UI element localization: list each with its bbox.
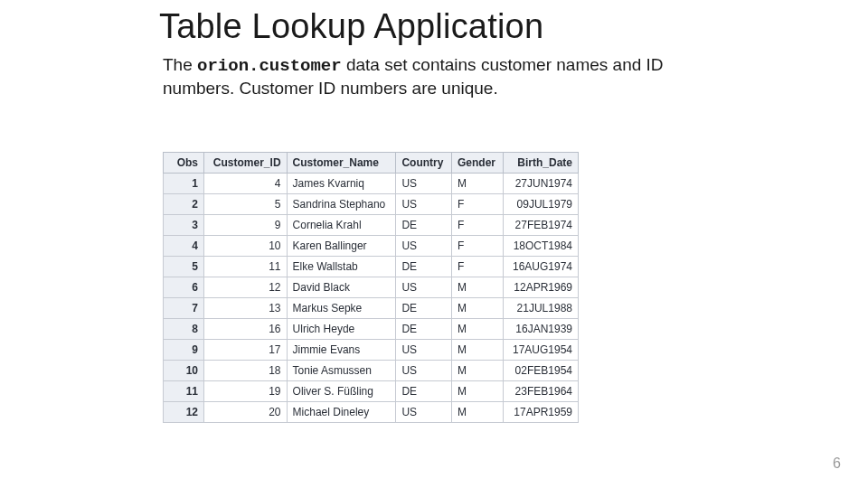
cell-country: US (396, 402, 452, 423)
slide: Table Lookup Application The orion.custo… (0, 0, 868, 488)
table-row: 10 18 Tonie Asmussen US M 02FEB1954 (164, 361, 579, 381)
cell-birth-date: 18OCT1984 (504, 236, 579, 257)
cell-customer-name: Tonie Asmussen (287, 361, 396, 381)
col-customer-id: Customer_ID (204, 153, 288, 174)
table-row: 9 17 Jimmie Evans US M 17AUG1954 (164, 340, 579, 361)
cell-birth-date: 27JUN1974 (504, 174, 579, 194)
cell-customer-id: 11 (204, 257, 288, 277)
cell-country: DE (396, 319, 452, 340)
cell-customer-name: Oliver S. Füßling (287, 381, 396, 402)
cell-customer-name: James Kvarniq (287, 174, 396, 194)
cell-birth-date: 16AUG1974 (504, 257, 579, 277)
table-row: 3 9 Cornelia Krahl DE F 27FEB1974 (164, 215, 579, 236)
cell-birth-date: 12APR1969 (504, 277, 579, 298)
cell-birth-date: 17AUG1954 (504, 340, 579, 361)
cell-obs: 4 (164, 236, 204, 257)
cell-customer-id: 9 (204, 215, 288, 236)
cell-gender: F (451, 215, 503, 236)
cell-country: US (396, 236, 452, 257)
table-head: Obs Customer_ID Customer_Name Country Ge… (164, 153, 579, 174)
table-row: 4 10 Karen Ballinger US F 18OCT1984 (164, 236, 579, 257)
cell-customer-id: 13 (204, 298, 288, 319)
cell-obs: 3 (164, 215, 204, 236)
cell-customer-name: Elke Wallstab (287, 257, 396, 277)
cell-birth-date: 16JAN1939 (504, 319, 579, 340)
table-row: 2 5 Sandrina Stephano US F 09JUL1979 (164, 194, 579, 215)
cell-obs: 12 (164, 402, 204, 423)
cell-country: DE (396, 215, 452, 236)
cell-customer-id: 18 (204, 361, 288, 381)
cell-customer-name: Jimmie Evans (287, 340, 396, 361)
page-number: 6 (833, 455, 841, 472)
col-customer-name: Customer_Name (287, 153, 396, 174)
cell-customer-name: Michael Dineley (287, 402, 396, 423)
cell-gender: M (451, 381, 503, 402)
cell-customer-id: 19 (204, 381, 288, 402)
cell-customer-name: David Black (287, 277, 396, 298)
cell-gender: M (451, 298, 503, 319)
table-row: 6 12 David Black US M 12APR1969 (164, 277, 579, 298)
subtitle-pre: The (163, 55, 197, 74)
cell-birth-date: 02FEB1954 (504, 361, 579, 381)
cell-obs: 2 (164, 194, 204, 215)
cell-customer-name: Ulrich Heyde (287, 319, 396, 340)
table-row: 12 20 Michael Dineley US M 17APR1959 (164, 402, 579, 423)
table-header-row: Obs Customer_ID Customer_Name Country Ge… (164, 153, 579, 174)
cell-birth-date: 21JUL1988 (504, 298, 579, 319)
cell-gender: M (451, 277, 503, 298)
cell-birth-date: 27FEB1974 (504, 215, 579, 236)
cell-obs: 5 (164, 257, 204, 277)
cell-country: US (396, 194, 452, 215)
cell-customer-name: Sandrina Stephano (287, 194, 396, 215)
cell-obs: 6 (164, 277, 204, 298)
cell-obs: 11 (164, 381, 204, 402)
col-gender: Gender (451, 153, 503, 174)
subtitle: The orion.customer data set contains cus… (163, 54, 669, 99)
cell-customer-name: Markus Sepke (287, 298, 396, 319)
cell-customer-name: Karen Ballinger (287, 236, 396, 257)
data-table-wrap: Obs Customer_ID Customer_Name Country Ge… (163, 152, 579, 423)
subtitle-code: orion.customer (197, 56, 342, 76)
cell-gender: M (451, 174, 503, 194)
table-body: 1 4 James Kvarniq US M 27JUN1974 2 5 San… (164, 174, 579, 423)
cell-customer-id: 5 (204, 194, 288, 215)
cell-country: DE (396, 381, 452, 402)
cell-country: US (396, 361, 452, 381)
cell-gender: F (451, 194, 503, 215)
cell-customer-id: 20 (204, 402, 288, 423)
cell-gender: F (451, 236, 503, 257)
cell-country: DE (396, 298, 452, 319)
cell-birth-date: 17APR1959 (504, 402, 579, 423)
cell-customer-id: 12 (204, 277, 288, 298)
cell-customer-name: Cornelia Krahl (287, 215, 396, 236)
cell-customer-id: 16 (204, 319, 288, 340)
cell-gender: M (451, 340, 503, 361)
cell-obs: 7 (164, 298, 204, 319)
cell-country: US (396, 174, 452, 194)
cell-obs: 10 (164, 361, 204, 381)
cell-customer-id: 4 (204, 174, 288, 194)
cell-gender: M (451, 319, 503, 340)
table-row: 8 16 Ulrich Heyde DE M 16JAN1939 (164, 319, 579, 340)
cell-gender: M (451, 402, 503, 423)
cell-customer-id: 10 (204, 236, 288, 257)
cell-obs: 8 (164, 319, 204, 340)
page-title: Table Lookup Application (159, 7, 543, 46)
data-table: Obs Customer_ID Customer_Name Country Ge… (163, 152, 579, 423)
cell-gender: M (451, 361, 503, 381)
cell-obs: 1 (164, 174, 204, 194)
cell-birth-date: 09JUL1979 (504, 194, 579, 215)
col-country: Country (396, 153, 452, 174)
cell-country: US (396, 340, 452, 361)
table-row: 5 11 Elke Wallstab DE F 16AUG1974 (164, 257, 579, 277)
cell-country: DE (396, 257, 452, 277)
table-row: 7 13 Markus Sepke DE M 21JUL1988 (164, 298, 579, 319)
cell-gender: F (451, 257, 503, 277)
table-row: 11 19 Oliver S. Füßling DE M 23FEB1964 (164, 381, 579, 402)
table-row: 1 4 James Kvarniq US M 27JUN1974 (164, 174, 579, 194)
cell-country: US (396, 277, 452, 298)
col-birth-date: Birth_Date (504, 153, 579, 174)
cell-obs: 9 (164, 340, 204, 361)
cell-customer-id: 17 (204, 340, 288, 361)
cell-birth-date: 23FEB1964 (504, 381, 579, 402)
